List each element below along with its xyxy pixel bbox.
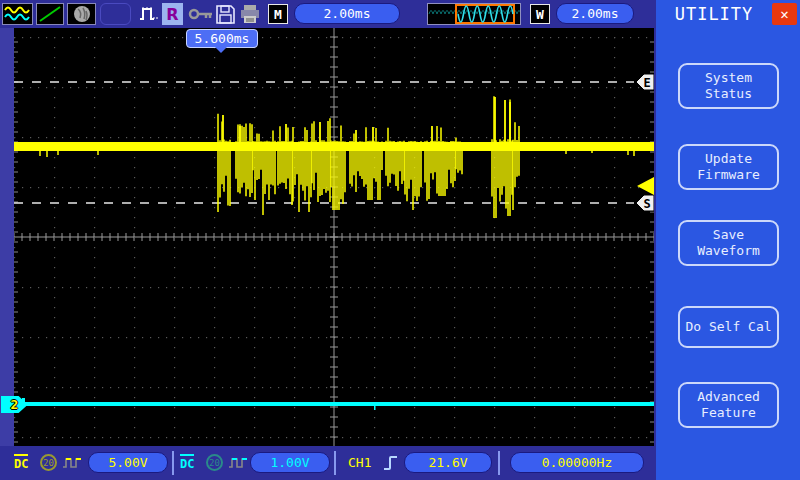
key-icon[interactable] <box>187 3 214 25</box>
update-firmware-button[interactable]: Update Firmware <box>678 144 779 190</box>
utility-menu-panel: UTILITY ✕ System Status Update Firmware … <box>656 0 800 480</box>
button-label-line: Feature <box>682 405 775 421</box>
page-title: UTILITY <box>656 4 772 24</box>
trigger-position-tooltip: 5.600ms <box>186 29 258 48</box>
button-label-line: Status <box>682 86 775 102</box>
ch1-coupling-indicator: DC <box>14 454 28 471</box>
system-status-button[interactable]: System Status <box>678 63 779 109</box>
waveform-display: ES <box>14 28 654 446</box>
top-status-bar: R M 2.00ms W 2 <box>0 0 656 28</box>
ch1-bandwidth-indicator: 20 <box>40 454 57 471</box>
svg-text:E: E <box>643 76 650 90</box>
utility-menu-header: UTILITY ✕ <box>656 0 800 28</box>
window-timebase-readout: 2.00ms <box>556 3 634 24</box>
left-margin-strip <box>0 28 14 446</box>
thumbprint-icon <box>67 3 96 25</box>
divider <box>498 451 500 475</box>
line-display-icon <box>36 3 64 25</box>
button-label-line: Advanced <box>682 389 775 405</box>
button-label-line: Do Self Cal <box>682 319 775 335</box>
pulse-icon <box>138 3 160 25</box>
ch1-squarewave-icon <box>62 455 82 474</box>
save-floppy-icon[interactable] <box>215 3 236 25</box>
waveform-preview-widget[interactable] <box>427 3 521 25</box>
save-waveform-button[interactable]: Save Waveform <box>678 220 779 266</box>
divider <box>334 451 336 475</box>
printer-icon[interactable] <box>238 3 261 25</box>
ch2-scale-readout: 1.00V <box>250 452 330 473</box>
trigger-source-label: CH1 <box>348 455 371 470</box>
channel-waveforms-icon <box>2 3 33 25</box>
ch1-scale-readout: 5.00V <box>88 452 168 473</box>
ch2-squarewave-icon <box>228 455 248 474</box>
button-label-line: Update <box>682 151 775 167</box>
frequency-counter-readout: 0.00000Hz <box>510 452 644 473</box>
ch2-coupling-indicator: DC <box>180 454 194 471</box>
button-label-line: Save <box>682 227 775 243</box>
main-timebase-icon: M <box>268 4 288 24</box>
trigger-level-readout: 21.6V <box>404 452 492 473</box>
button-label-line: System <box>682 70 775 86</box>
main-timebase-readout: 2.00ms <box>294 3 400 24</box>
do-self-cal-button[interactable]: Do Self Cal <box>678 306 779 348</box>
record-icon[interactable]: R <box>162 3 183 25</box>
window-timebase-icon: W <box>530 4 550 24</box>
divider <box>172 451 174 475</box>
close-icon[interactable]: ✕ <box>772 3 797 25</box>
trigger-position-value: 5.600ms <box>195 31 250 46</box>
ch2-marker-label: 2 <box>11 397 19 412</box>
advanced-feature-button[interactable]: Advanced Feature <box>678 382 779 428</box>
rising-edge-icon <box>382 453 400 477</box>
oscilloscope-screen: R M 2.00ms W 2 <box>0 0 800 480</box>
button-label-line: Firmware <box>682 167 775 183</box>
ch2-bandwidth-indicator: 20 <box>206 454 223 471</box>
empty-slot <box>100 3 131 25</box>
button-label-line: Waveform <box>682 243 775 259</box>
svg-text:S: S <box>643 197 650 211</box>
bottom-status-bar: DC 20 5.00V DC 20 1.00V CH1 21.6V 0. <box>0 446 656 480</box>
